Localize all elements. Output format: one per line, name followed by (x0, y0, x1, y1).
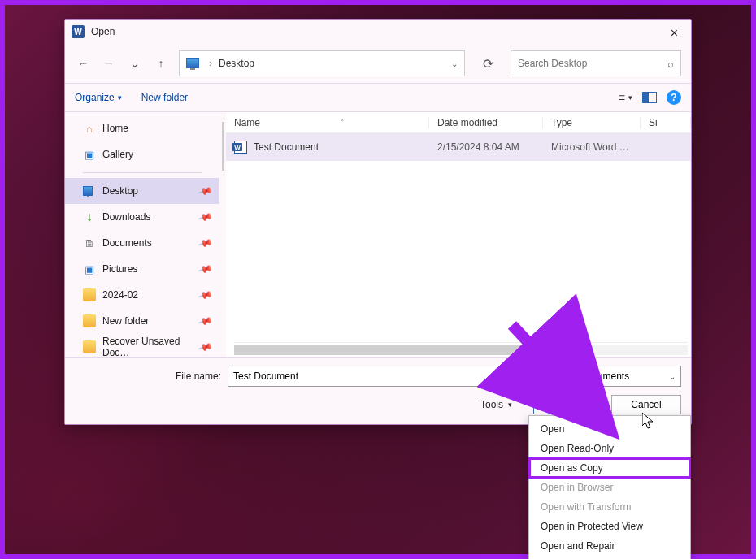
filename-label: File name: (75, 370, 221, 382)
chevron-down-icon: ▾ (628, 93, 632, 102)
desktop-icon (83, 184, 96, 197)
sidebar-item-label: New folder (102, 315, 149, 327)
cancel-button[interactable]: Cancel (611, 395, 681, 414)
sidebar-item-label: Documents (102, 237, 152, 249)
sidebar-item-desktop[interactable]: Desktop📌 (65, 178, 219, 204)
navbar: ← → ⌄ ↑ › Desktop ⌄ ⟳ Search Desktop ⌕ (65, 44, 691, 83)
new-folder-button[interactable]: New folder (141, 92, 188, 103)
sidebar-item-label: Home (102, 123, 128, 134)
column-header-row: Name ˄ Date modified Type Si (226, 112, 691, 133)
fold-icon (83, 314, 96, 327)
horizontal-scrollbar[interactable] (234, 342, 688, 357)
filter-value: All Word Documents (541, 370, 629, 382)
address-sep: › (209, 58, 212, 69)
sidebar: ⌂Home▣GalleryDesktop📌↓Downloads📌🗎Documen… (65, 112, 219, 357)
file-name: Test Document (254, 141, 319, 153)
menu-item-open-in-protected-view[interactable]: Open in Protected View (529, 517, 690, 536)
gallery-icon: ▣ (83, 148, 96, 161)
pic-icon: ▣ (83, 262, 96, 275)
sidebar-item-label: 2024-02 (102, 289, 138, 301)
filename-input[interactable]: Test Document ⌄ (228, 366, 528, 387)
toolbar: Organize ▾ New folder ≡ ▾ ? (65, 83, 691, 112)
word-doc-icon (234, 141, 247, 154)
dialog-body: ⌂Home▣GalleryDesktop📌↓Downloads📌🗎Documen… (65, 112, 691, 357)
back-button[interactable]: ← (75, 55, 91, 72)
sidebar-item-2024-02[interactable]: 2024-02📌 (65, 282, 219, 308)
list-view-icon: ≡ (619, 91, 625, 104)
search-placeholder: Search Desktop (518, 58, 587, 69)
up-button[interactable]: ↑ (153, 55, 169, 72)
filename-dropdown-icon[interactable]: ⌄ (516, 372, 523, 381)
sidebar-item-label: Recover Unsaved Doc… (102, 336, 210, 357)
column-header-name-label: Name (234, 117, 260, 128)
menu-item-open-and-repair[interactable]: Open and Repair (529, 536, 690, 556)
help-button[interactable]: ? (667, 90, 681, 105)
sidebar-item-documents[interactable]: 🗎Documents📌 (65, 230, 219, 256)
forward-button[interactable]: → (101, 55, 117, 72)
search-input[interactable]: Search Desktop ⌕ (511, 50, 681, 76)
open-button[interactable]: Open (534, 396, 588, 414)
sidebar-item-new-folder[interactable]: New folder📌 (65, 308, 219, 334)
open-dialog: W Open × ← → ⌄ ↑ › Desktop ⌄ ⟳ Search De… (64, 19, 692, 425)
sidebar-item-label: Pictures (102, 263, 137, 275)
column-header-name[interactable]: Name ˄ (226, 117, 429, 128)
menu-item-open-with-transform: Open with Transform (529, 497, 690, 517)
sidebar-item-home[interactable]: ⌂Home (65, 115, 219, 141)
pin-icon: 📌 (198, 209, 214, 225)
column-header-type[interactable]: Type (543, 117, 641, 128)
sidebar-item-label: Gallery (102, 149, 133, 160)
column-header-date[interactable]: Date modified (429, 117, 543, 128)
fold-icon (83, 340, 96, 353)
menu-item-open-read-only[interactable]: Open Read-Only (529, 439, 690, 458)
footer: File name: Test Document ⌄ All Word Docu… (65, 357, 691, 424)
close-button[interactable]: × (664, 24, 684, 42)
menu-item-open-as-copy[interactable]: Open as Copy (529, 458, 690, 478)
organize-button[interactable]: Organize ▾ (75, 92, 122, 103)
sidebar-item-downloads[interactable]: ↓Downloads📌 (65, 204, 219, 230)
chevron-down-icon: ▾ (508, 401, 512, 409)
file-date: 2/15/2024 8:04 AM (429, 141, 543, 153)
address-dropdown[interactable]: ⌄ (451, 59, 458, 68)
sidebar-item-gallery[interactable]: ▣Gallery (65, 141, 219, 167)
refresh-button[interactable]: ⟳ (475, 50, 501, 76)
open-dropdown-button[interactable]: ▾ (588, 396, 602, 414)
column-header-size[interactable]: Si (641, 117, 691, 128)
sidebar-item-pictures[interactable]: ▣Pictures📌 (65, 256, 219, 282)
sidebar-item-recover-unsaved-doc-[interactable]: Recover Unsaved Doc…📌 (65, 334, 219, 357)
splitter[interactable] (219, 112, 226, 357)
chevron-down-icon: ▾ (118, 93, 122, 102)
splitter-handle (222, 122, 224, 171)
filename-value: Test Document (233, 370, 298, 382)
chevron-down-icon: ⌄ (669, 372, 676, 381)
dialog-title: Open (91, 26, 115, 37)
tools-button[interactable]: Tools ▾ (480, 399, 512, 410)
titlebar: W Open × (65, 20, 691, 44)
fold-icon (83, 288, 96, 301)
recent-locations-button[interactable]: ⌄ (127, 55, 143, 72)
search-icon: ⌕ (667, 58, 674, 70)
doc-icon: 🗎 (83, 236, 96, 249)
pin-icon: 📌 (198, 313, 214, 329)
organize-label: Organize (75, 92, 115, 103)
menu-item-open-in-browser: Open in Browser (529, 478, 690, 497)
pin-icon: 📌 (198, 235, 214, 251)
view-options-button[interactable]: ≡ ▾ (619, 91, 632, 104)
file-type-filter[interactable]: All Word Documents ⌄ (535, 366, 681, 387)
tools-label: Tools (480, 399, 503, 410)
menu-item-open[interactable]: Open (529, 419, 690, 439)
word-icon: W (72, 25, 85, 38)
file-row[interactable]: Test Document2/15/2024 8:04 AMMicrosoft … (226, 133, 691, 161)
open-dropdown-menu: OpenOpen Read-OnlyOpen as CopyOpen in Br… (528, 415, 691, 559)
sort-indicator-icon: ˄ (341, 119, 345, 127)
preview-pane-button[interactable] (642, 92, 657, 103)
pin-icon: 📌 (198, 183, 214, 199)
address-bar[interactable]: › Desktop ⌄ (179, 50, 465, 76)
scrollbar-thumb[interactable] (234, 345, 552, 355)
down-icon: ↓ (83, 210, 96, 223)
address-location[interactable]: Desktop (219, 58, 254, 69)
desktop-icon (186, 58, 199, 68)
open-split-button[interactable]: Open ▾ (533, 395, 603, 414)
file-type: Microsoft Word D... (543, 141, 641, 153)
home-icon: ⌂ (83, 122, 96, 135)
pin-icon: 📌 (198, 287, 214, 303)
